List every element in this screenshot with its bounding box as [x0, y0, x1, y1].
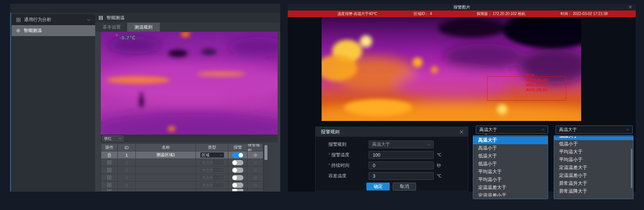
palette-value: 铁红 — [104, 136, 112, 141]
ok-button[interactable]: 确定 — [366, 183, 390, 190]
region-max-text: MAX:45.8C — [526, 78, 548, 83]
alarm-rule-settings-button[interactable] — [248, 159, 263, 166]
alarm-toggle[interactable] — [232, 175, 243, 180]
row-id: 1 — [118, 151, 136, 159]
dropdown-option[interactable]: 定温温差小于 — [473, 192, 548, 196]
type-placeholder: 请选择 — [202, 160, 213, 165]
dropdown-option[interactable]: 高温小于 — [473, 144, 548, 152]
alarm-rule-dialog: 报警规则 报警规则 高温大于 报警温度 ℃ — [315, 127, 468, 191]
add-region-button[interactable] — [101, 166, 118, 174]
chevron-down-icon — [427, 144, 430, 146]
chevron-down-icon — [87, 19, 91, 21]
dropdown-option[interactable]: 低温大于 — [554, 136, 633, 140]
col-header-rule: 报警规则 — [248, 144, 263, 151]
rule-type-select-1[interactable]: 高温大于 — [476, 125, 548, 134]
plus-square-icon — [107, 189, 111, 191]
sidebar-item-behavior-analysis[interactable]: 通用行为分析 — [12, 14, 95, 25]
dropdown-option[interactable]: 低温小于 — [554, 140, 633, 148]
plus-square-icon — [107, 160, 111, 165]
alarm-toggle[interactable] — [232, 168, 243, 173]
dropdown-option[interactable]: 低温小于 — [473, 160, 548, 168]
add-region-button[interactable] — [101, 159, 118, 166]
tab-basic-settings[interactable]: 基本设置 — [97, 23, 126, 32]
add-region-button[interactable] — [101, 174, 118, 181]
alarm-rule-dialog-title: 报警规则 — [321, 129, 340, 135]
chevron-up-icon — [626, 128, 629, 131]
alarm-toggle[interactable] — [232, 153, 243, 158]
alarm-toggle[interactable] — [232, 183, 243, 188]
dialog-close-button[interactable] — [460, 130, 463, 134]
type-select[interactable]: 请选择 — [200, 167, 224, 173]
grid-icon — [16, 18, 21, 22]
alarm-detector-text: 探测器： 172.20.20.102 相机 — [477, 11, 526, 17]
palette-bar: 铁红 — [101, 134, 278, 142]
add-region-button[interactable] — [101, 181, 118, 189]
alarm-rule-dialog-titlebar: 报警规则 — [316, 127, 468, 137]
rule-select[interactable]: 高温大于 — [369, 141, 434, 148]
type-select[interactable]: 区域 — [200, 152, 224, 158]
screen: 通用行为分析 智能测温 智能测温 基本设置 测温规则 — [0, 0, 644, 210]
dropdown-option[interactable]: 定温温差小于 — [554, 172, 633, 180]
chevron-down-icon — [118, 137, 122, 139]
table-scrollbar-thumb[interactable] — [264, 145, 267, 160]
dropdown-scrollbar-thumb[interactable] — [631, 149, 632, 188]
dropdown-option[interactable]: 高温大于 — [473, 136, 548, 144]
table-row: 1 测温区域1 区域 — [101, 151, 263, 159]
dropdown-option[interactable]: 异常温降大于 — [554, 187, 633, 195]
alarm-thermal-image: ID:4 MAX:45.8C MIN:25.0C AVG:29.9C — [322, 17, 581, 121]
duration-input[interactable] — [369, 162, 434, 169]
dropdown-caret — [484, 133, 488, 136]
gear-icon — [253, 175, 258, 180]
chevron-down-icon — [220, 162, 222, 163]
spot-temp-label: -9.7℃ — [120, 35, 136, 41]
col-header-name: 名称 — [136, 144, 196, 151]
alarm-region-readout: ID:4 MAX:45.8C MIN:25.0C AVG:29.9C — [526, 73, 548, 92]
dropdown-option[interactable]: 异常温升大于 — [554, 180, 633, 187]
dropdown-option[interactable]: 定温温差大于 — [473, 184, 548, 192]
gear-icon — [253, 183, 258, 187]
duration-unit: 秒 — [437, 162, 441, 169]
dropdown-option[interactable]: 平均温大于 — [554, 148, 633, 156]
palette-select[interactable]: 铁红 — [102, 136, 123, 141]
tab-temp-rules[interactable]: 测温规则 — [127, 23, 160, 32]
type-value: 区域 — [202, 153, 210, 158]
row-id: 5 — [118, 181, 136, 189]
sidebar-item-smart-temp[interactable]: 智能测温 — [12, 25, 95, 36]
alarm-toggle[interactable] — [232, 160, 243, 165]
tolerance-input[interactable] — [369, 172, 434, 180]
delete-region-button[interactable] — [101, 151, 118, 159]
region-min-text: MIN:25.0C — [526, 83, 548, 88]
type-select[interactable]: 请选择 — [200, 160, 224, 165]
type-select[interactable]: 请选择 — [200, 175, 224, 180]
config-app-window: 通用行为分析 智能测温 智能测温 基本设置 测温规则 — [10, 4, 280, 192]
close-icon — [460, 130, 463, 134]
thermal-preview-render — [101, 32, 278, 134]
thermal-preview-image[interactable]: -9.7℃ — [101, 32, 278, 134]
chevron-down-icon — [220, 184, 222, 186]
alarm-temp-input[interactable] — [369, 151, 434, 159]
dropdown-option[interactable]: 定温温差大于 — [554, 164, 633, 172]
table-row: 2 请选择 — [101, 159, 263, 166]
dropdown-option[interactable]: 低温大于 — [473, 152, 548, 160]
dropdown-option[interactable]: 平均温大于 — [473, 168, 548, 176]
table-row: 4 请选择 — [101, 174, 263, 181]
duration-label: 持续时间 — [328, 162, 368, 169]
dropdown-option[interactable]: 平均温小于 — [554, 156, 633, 164]
alarm-rule-settings-button[interactable] — [248, 151, 263, 159]
alarm-rule-settings-button[interactable] — [248, 166, 263, 174]
alarm-rule-settings-button[interactable] — [248, 174, 263, 181]
plus-square-icon — [107, 183, 111, 187]
type-select[interactable]: 请选择 — [200, 182, 224, 188]
regions-table: 操作 ID 名称 类型 报警 报警规则 1 测温区域1 区域 — [101, 144, 268, 192]
table-row-partial — [101, 189, 263, 192]
cancel-button[interactable]: 取消 — [393, 183, 416, 190]
dropdown-option[interactable]: 平均温小于 — [473, 176, 548, 184]
row-id: 4 — [118, 174, 136, 181]
rule-type-select-2[interactable]: 高温大于 — [556, 125, 633, 134]
alarm-rule-settings-button[interactable] — [248, 181, 263, 189]
chevron-down-icon — [220, 177, 222, 178]
close-button[interactable] — [629, 5, 632, 9]
tab-bar: 基本设置 测温规则 — [95, 23, 280, 32]
type-placeholder: 请选择 — [202, 168, 213, 173]
table-scrollbar[interactable] — [263, 144, 268, 192]
